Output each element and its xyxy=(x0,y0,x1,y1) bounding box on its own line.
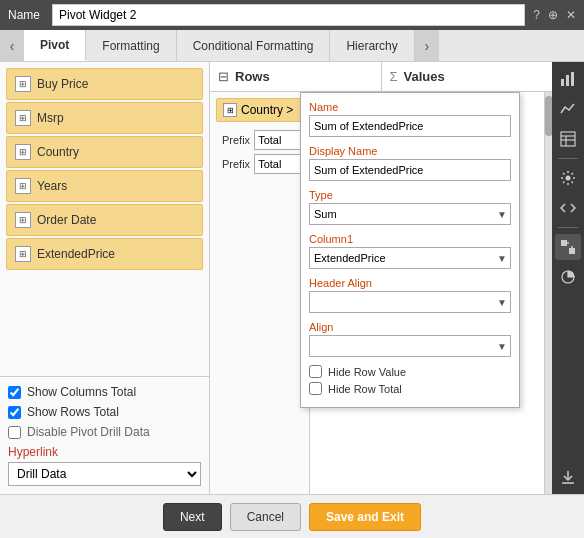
toolbar-table-icon[interactable] xyxy=(555,126,581,152)
pivot-content: ⊞ Country > Prefix Prefix xyxy=(210,92,552,494)
svg-rect-2 xyxy=(571,72,574,86)
prefix-input-2[interactable] xyxy=(254,154,304,174)
show-columns-total-label: Show Columns Total xyxy=(27,385,136,399)
prefix-label-1: Prefix xyxy=(222,134,250,146)
column1-popup-label: Column1 xyxy=(309,233,511,245)
header-align-popup-label: Header Align xyxy=(309,277,511,289)
header-align-field: Header Align Left Center Right ▼ xyxy=(309,277,511,313)
move-icon[interactable]: ⊕ xyxy=(548,8,558,22)
hide-row-total-label: Hide Row Total xyxy=(328,383,402,395)
name-input[interactable] xyxy=(309,115,511,137)
toolbar-pivot-icon[interactable] xyxy=(555,234,581,260)
hyperlink-label: Hyperlink xyxy=(8,445,201,459)
scrollbar[interactable] xyxy=(544,92,552,494)
hide-row-value-row: Hide Row Value xyxy=(309,365,511,378)
hide-row-value-checkbox[interactable] xyxy=(309,365,322,378)
help-icon[interactable]: ? xyxy=(533,8,540,22)
disable-pivot-drill-label: Disable Pivot Drill Data xyxy=(27,425,150,439)
display-name-field: Display Name xyxy=(309,145,511,181)
tab-formatting[interactable]: Formatting xyxy=(86,30,176,61)
toolbar-download-icon[interactable] xyxy=(555,464,581,490)
svg-rect-8 xyxy=(561,240,567,246)
hide-row-total-row: Hide Row Total xyxy=(309,382,511,395)
align-select[interactable]: Left Center Right xyxy=(309,335,511,357)
field-extended-price[interactable]: ⊞ ExtendedPrice xyxy=(6,238,203,270)
type-select-wrap: Sum Count Average Min Max ▼ xyxy=(309,203,511,225)
tab-prev-button[interactable]: ‹ xyxy=(0,30,24,61)
show-columns-total-checkbox[interactable] xyxy=(8,386,21,399)
disable-pivot-drill-row: Disable Pivot Drill Data xyxy=(8,425,201,439)
show-columns-total-row: Show Columns Total xyxy=(8,385,201,399)
hide-row-total-checkbox[interactable] xyxy=(309,382,322,395)
header-align-select-wrap: Left Center Right ▼ xyxy=(309,291,511,313)
header-align-select[interactable]: Left Center Right xyxy=(309,291,511,313)
disable-pivot-drill-checkbox[interactable] xyxy=(8,426,21,439)
type-field: Type Sum Count Average Min Max ▼ xyxy=(309,189,511,225)
hyperlink-dropdown-row: Drill Data xyxy=(8,462,201,486)
name-popup-label: Name xyxy=(309,101,511,113)
display-name-input[interactable] xyxy=(309,159,511,181)
tab-hierarchy[interactable]: Hierarchy xyxy=(330,30,414,61)
toolbar-code-icon[interactable] xyxy=(555,195,581,221)
display-name-popup-label: Display Name xyxy=(309,145,511,157)
field-icon: ⊞ xyxy=(15,212,31,228)
rows-section: ⊟ Rows xyxy=(210,62,382,91)
name-label: Name xyxy=(8,8,40,22)
svg-rect-3 xyxy=(561,132,575,146)
column1-field: Column1 ExtendedPrice Msrp Buy Price ▼ xyxy=(309,233,511,269)
field-buy-price[interactable]: ⊞ Buy Price xyxy=(6,68,203,100)
values-label: Values xyxy=(404,69,445,84)
content-area: ⊞ Buy Price ⊞ Msrp ⊞ Country ⊞ Years ⊞ xyxy=(0,62,584,494)
toolbar-gear-icon[interactable] xyxy=(555,165,581,191)
field-list: ⊞ Buy Price ⊞ Msrp ⊞ Country ⊞ Years ⊞ xyxy=(0,62,209,376)
widget-name-input[interactable] xyxy=(52,4,525,26)
save-exit-button[interactable]: Save and Exit xyxy=(309,503,421,531)
svg-rect-9 xyxy=(569,248,575,254)
field-icon: ⊞ xyxy=(15,110,31,126)
popup-scroll: Name Display Name Type Sum xyxy=(309,101,511,399)
column1-select[interactable]: ExtendedPrice Msrp Buy Price xyxy=(309,247,511,269)
toolbar-chart-bar-icon[interactable] xyxy=(555,66,581,92)
field-msrp[interactable]: ⊞ Msrp xyxy=(6,102,203,134)
toolbar-divider-2 xyxy=(558,227,578,228)
field-icon: ⊞ xyxy=(15,178,31,194)
svg-point-7 xyxy=(566,176,571,181)
type-select[interactable]: Sum Count Average Min Max xyxy=(309,203,511,225)
name-field: Name xyxy=(309,101,511,137)
sigma-icon: Σ xyxy=(390,69,398,84)
title-icons: ? ⊕ ✕ xyxy=(533,8,576,22)
tab-bar: ‹ Pivot Formatting Conditional Formattin… xyxy=(0,30,584,62)
tab-next-button[interactable]: › xyxy=(415,30,439,61)
country-row-chip[interactable]: ⊞ Country > xyxy=(216,98,303,122)
value-settings-popup: Name Display Name Type Sum xyxy=(300,92,520,408)
show-rows-total-checkbox[interactable] xyxy=(8,406,21,419)
toolbar-chart-line-icon[interactable] xyxy=(555,96,581,122)
field-order-date[interactable]: ⊞ Order Date xyxy=(6,204,203,236)
chip-icon: ⊞ xyxy=(223,103,237,117)
rows-values-bar: ⊟ Rows Σ Values xyxy=(210,62,552,92)
hyperlink-select[interactable]: Drill Data xyxy=(8,462,201,486)
cancel-button[interactable]: Cancel xyxy=(230,503,301,531)
right-panel: ⊟ Rows Σ Values ⊞ Country > xyxy=(210,62,552,494)
left-panel: ⊞ Buy Price ⊞ Msrp ⊞ Country ⊞ Years ⊞ xyxy=(0,62,210,494)
column1-select-wrap: ExtendedPrice Msrp Buy Price ▼ xyxy=(309,247,511,269)
next-button[interactable]: Next xyxy=(163,503,222,531)
scrollbar-thumb xyxy=(545,96,552,136)
field-icon: ⊞ xyxy=(15,246,31,262)
tab-conditional-formatting[interactable]: Conditional Formatting xyxy=(177,30,331,61)
close-icon[interactable]: ✕ xyxy=(566,8,576,22)
svg-rect-0 xyxy=(561,79,564,86)
prefix-input-1[interactable] xyxy=(254,130,304,150)
show-rows-total-label: Show Rows Total xyxy=(27,405,119,419)
footer: Next Cancel Save and Exit xyxy=(0,494,584,538)
type-popup-label: Type xyxy=(309,189,511,201)
svg-rect-1 xyxy=(566,75,569,86)
field-country[interactable]: ⊞ Country xyxy=(6,136,203,168)
field-years[interactable]: ⊞ Years xyxy=(6,170,203,202)
rows-label: Rows xyxy=(235,69,270,84)
field-icon: ⊞ xyxy=(15,76,31,92)
options-area: Show Columns Total Show Rows Total Disab… xyxy=(0,376,209,494)
toolbar-chart2-icon[interactable] xyxy=(555,264,581,290)
prefix-area: Prefix Prefix xyxy=(216,126,303,182)
tab-pivot[interactable]: Pivot xyxy=(24,30,86,61)
